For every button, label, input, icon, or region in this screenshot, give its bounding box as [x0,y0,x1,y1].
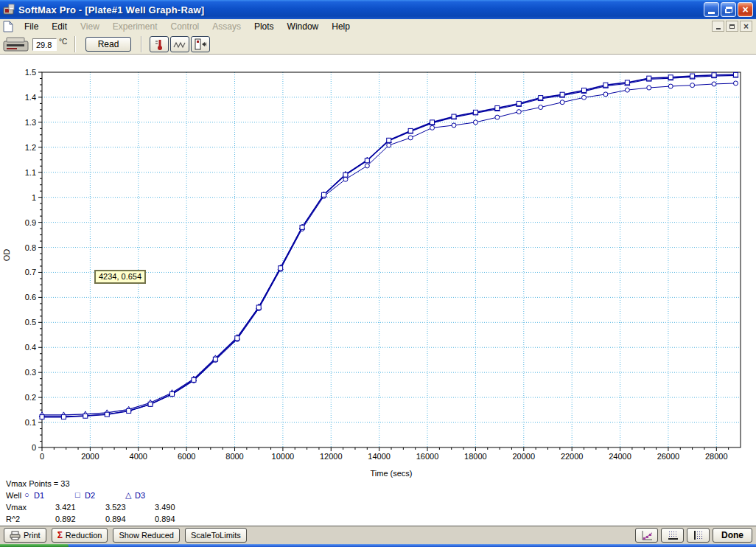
vmax-points-label: Vmax Points = 33 [6,479,70,488]
cursor-position-tooltip: 4234, 0.654 [94,270,146,284]
y-tick-label: 1 [32,193,36,202]
scale-to-limits-button[interactable]: ScaleToLimits [185,528,247,543]
menu-item-file[interactable]: File [18,20,45,33]
y-tick-label: 1.3 [25,118,36,127]
printer-icon [10,531,21,540]
x-tick-label: 18000 [464,452,487,461]
thermometer-icon [153,38,166,51]
taskbar-sliver[interactable] [0,544,756,547]
series-D2 [40,72,738,419]
main-toolbar: 29.8 °C Read [0,34,756,55]
x-tick-label: 14000 [368,452,391,461]
menu-item-assays: Assays [206,20,248,33]
y-tick-label: 0.8 [25,243,36,252]
y-tick-label: 0 [32,443,36,452]
menu-item-edit[interactable]: Edit [45,20,74,33]
vmax-d2-value: 3.523 [105,503,126,512]
plot-frame [42,72,741,447]
grid-y-axis-button[interactable] [687,528,710,543]
close-icon: × [742,4,748,15]
x-tick-label: 4000 [130,452,147,461]
minimize-button[interactable] [704,2,719,17]
plate-in-out-button[interactable] [191,36,210,52]
x-axis-title: Time (secs) [370,469,412,478]
r2-row-label: R^2 [6,515,20,523]
x-tick-label: 24000 [609,452,631,461]
grid-x-axis-button[interactable] [661,528,684,543]
gridlines [42,72,741,447]
menu-item-view: View [74,20,106,33]
well-graph-chart[interactable]: 0200040006000800010000120001400016000180… [0,55,756,526]
read-button[interactable]: Read [85,37,131,52]
vmax-d1-value: 3.421 [55,503,76,512]
reduction-button[interactable]: Σ Reduction [52,528,108,543]
start-button-sliver[interactable] [0,544,69,547]
menu-item-plots[interactable]: Plots [248,20,281,33]
r2-d2-value: 0.894 [105,515,126,523]
done-button[interactable]: Done [713,528,752,543]
child-restore-button[interactable] [726,21,738,32]
toolbar-separator [74,36,76,52]
x-tick-label: 12000 [320,452,343,461]
x-tick-label: 22000 [561,452,584,461]
reduction-label: Reduction [66,531,102,540]
kinetic-read-button[interactable] [170,36,189,52]
x-tick-label: 26000 [657,452,680,461]
temperature-unit-label: °C [59,38,67,46]
menu-item-help[interactable]: Help [325,20,357,33]
restore-icon [729,24,735,29]
x-tick-label: 0 [40,452,44,461]
well-d3-label[interactable]: D3 [135,491,145,500]
window-title: SoftMax Pro - [Plate#1 Well Graph-Raw] [18,4,204,15]
print-label: Print [24,531,41,540]
menu-bar: FileEditViewExperimentControlAssaysPlots… [0,19,756,34]
y-tick-label: 0.4 [25,343,36,352]
minimize-icon [708,12,715,14]
y-tick-label: 0.9 [25,218,36,227]
x-tick-label: 8000 [225,452,243,461]
vmax-d3-value: 3.490 [155,503,175,512]
mini-chart-icon [641,530,652,541]
axis-ticks [38,72,729,451]
well-d1-marker-icon: ○ [24,490,29,499]
well-graph-document: 0200040006000800010000120001400016000180… [0,55,756,526]
grid-bottom-axis-icon [667,530,678,541]
well-d2-label[interactable]: D2 [85,491,95,500]
title-bar: SoftMax Pro - [Plate#1 Well Graph-Raw] × [0,0,756,19]
y-tick-label: 0.5 [25,318,36,327]
graph-type-button[interactable] [635,528,658,543]
child-close-button[interactable]: × [740,21,752,32]
menu-item-window[interactable]: Window [281,20,326,33]
x-tick-label: 6000 [178,452,195,461]
plate-reader-icon [2,35,30,53]
thermometer-button[interactable] [150,36,169,52]
menu-items: FileEditViewExperimentControlAssaysPlots… [18,20,357,33]
softmax-pro-window: SoftMax Pro - [Plate#1 Well Graph-Raw] ×… [0,0,756,547]
child-window-controls: × [712,21,752,32]
y-tick-label: 1.5 [25,68,36,77]
show-reduced-button[interactable]: Show Reduced [113,528,180,543]
child-minimize-button[interactable] [712,21,724,32]
sigma-icon: Σ [57,530,63,540]
print-button[interactable]: Print [4,528,46,543]
app-icon [3,4,15,15]
close-button[interactable]: × [738,2,753,17]
y-tick-label: 1.4 [25,93,36,102]
series-D3 [39,72,738,417]
kinetic-waveform-icon [172,38,187,50]
restore-icon [726,7,732,13]
y-tick-label: 0.2 [25,393,36,402]
r2-d1-value: 0.892 [55,515,76,523]
plate-in-out-icon [193,38,208,51]
y-tick-label: 0.7 [25,268,36,276]
restore-button[interactable] [721,2,736,17]
grid-left-axis-icon [693,530,704,541]
well-d1-label[interactable]: D1 [34,491,44,500]
bottom-toolbar: Print Σ Reduction Show Reduced ScaleToLi… [0,526,756,544]
temperature-display[interactable]: 29.8 [32,38,57,51]
x-tick-label: 16000 [416,452,439,461]
r2-d3-value: 0.894 [155,515,175,523]
x-tick-label: 28000 [705,452,728,461]
well-d2-marker-icon: □ [75,490,80,499]
x-tick-label: 10000 [272,452,295,461]
